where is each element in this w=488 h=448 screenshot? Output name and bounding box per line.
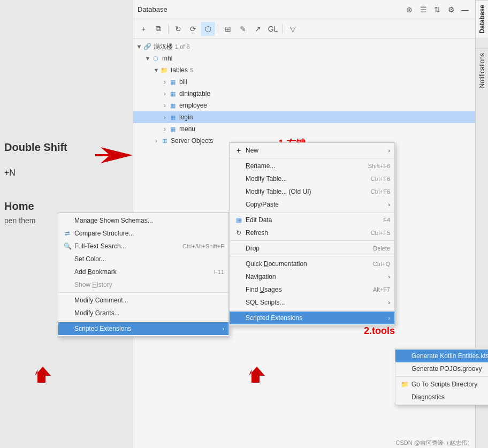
panel-header: Database ⊕ ☰ ⇅ ⚙ — xyxy=(133,0,475,19)
context-menu-right-sep-0 xyxy=(230,158,394,158)
quick-doc-label: Quick Documentation xyxy=(246,260,373,268)
panel-title: Database xyxy=(138,5,401,13)
bill-arrow: › xyxy=(161,79,169,85)
menu-scripted-extensions-right[interactable]: Scripted Extensions › xyxy=(230,312,394,324)
bill-label: bill xyxy=(179,78,187,86)
properties-icon[interactable]: ☰ xyxy=(417,4,429,16)
menu-show-history[interactable]: Show History xyxy=(58,278,228,291)
modify-table-shortcut: Ctrl+F6 xyxy=(371,176,390,182)
svg-marker-1 xyxy=(35,367,51,383)
hint-open: pen them xyxy=(0,214,40,227)
menu-modify-grants[interactable]: Modify Grants... xyxy=(58,307,228,320)
edit-data-label: Edit Data xyxy=(246,216,383,224)
settings-icon[interactable]: ⚙ xyxy=(445,4,457,16)
menu-set-color[interactable]: Set Color... xyxy=(58,253,228,265)
copy-button[interactable]: ⧉ xyxy=(151,22,165,36)
menu-modify-table[interactable]: Modify Table... Ctrl+F6 xyxy=(230,172,394,185)
tree-table-menu[interactable]: › ▦ menu xyxy=(133,123,475,135)
add-datasource-icon[interactable]: ⊕ xyxy=(403,4,415,16)
modify-table-old-shortcut: Ctrl+F6 xyxy=(371,188,390,195)
context-menu-right-sep-1 xyxy=(230,212,394,212)
menu-copy-paste[interactable]: Copy/Paste › xyxy=(230,198,394,211)
menu-sql-scripts[interactable]: SQL Scripts... › xyxy=(230,296,394,309)
drop-label: Drop xyxy=(246,245,373,252)
edit-button[interactable]: ✎ xyxy=(236,22,250,36)
new-arrow: › xyxy=(388,147,390,154)
menu-generate-pojos[interactable]: Generate POJOs.groovy › xyxy=(395,362,488,375)
jump-button[interactable]: ↗ xyxy=(251,22,265,36)
refresh-button[interactable]: ↻ xyxy=(171,22,185,36)
sql-scripts-arrow: › xyxy=(388,299,390,306)
schema-arrow: ▼ xyxy=(144,55,151,62)
go-scripts-icon: 📁 xyxy=(400,381,409,388)
filter-button[interactable]: ▽ xyxy=(286,22,300,36)
sidebar-tab-notifications[interactable]: Notifications xyxy=(476,48,488,92)
menu-go-to-scripts[interactable]: 📁 Go To Scripts Directory xyxy=(395,378,488,391)
manage-schemas-label: Manage Shown Schemas... xyxy=(74,217,224,224)
database-icon-btn[interactable]: ⬡ xyxy=(201,22,215,36)
svg-marker-2 xyxy=(249,367,265,383)
watermark: CSDN @吉冈秀隆（赵志伟） xyxy=(394,438,475,448)
menu-diagnostics[interactable]: Diagnostics xyxy=(395,391,488,404)
context-menu-right-sep-3 xyxy=(230,256,394,256)
menu-new[interactable]: + New › xyxy=(230,144,394,157)
context-menu-right-sep-2 xyxy=(230,240,394,241)
menu-modify-table-old[interactable]: Modify Table... (Old UI) Ctrl+F6 xyxy=(230,185,394,198)
login-label: login xyxy=(179,113,193,121)
refresh-icon: ↻ xyxy=(234,229,243,237)
new-label: New xyxy=(246,147,388,154)
context-menu-left-sep-1 xyxy=(58,292,228,293)
tree-table-login[interactable]: › ▦ login xyxy=(133,111,475,123)
compare-structure-label: Compare Structure... xyxy=(74,230,224,237)
schema-icon[interactable]: ⇅ xyxy=(431,4,443,16)
menu-scripted-extensions-left[interactable]: Scripted Extensions › xyxy=(58,322,228,335)
connection-label: 满汉楼 xyxy=(154,42,173,51)
navigation-label: Navigation xyxy=(246,273,388,280)
tree-table-bill[interactable]: › ▦ bill xyxy=(133,76,475,88)
menu-generate-kotlin[interactable]: Generate Kotlin Entities.kts › xyxy=(395,350,488,362)
tree-table-employee[interactable]: › ▦ employee xyxy=(133,100,475,111)
table-icon-employee: ▦ xyxy=(169,101,177,110)
full-text-search-shortcut: Ctrl+Alt+Shift+F xyxy=(182,243,224,249)
tree-schema[interactable]: ▼ ⬡ mhl xyxy=(133,52,475,64)
menu-drop[interactable]: Drop Delete xyxy=(230,242,394,255)
menu-add-bookmark[interactable]: Add Bookmark F11 xyxy=(58,265,228,278)
add-bookmark-label: Add Bookmark xyxy=(74,268,214,276)
sidebar-tab-database[interactable]: Database xyxy=(476,0,488,37)
menu-manage-schemas[interactable]: Manage Shown Schemas... xyxy=(58,214,228,227)
annotation-tools: 2.tools xyxy=(364,325,395,337)
tree-table-diningtable[interactable]: › ▦ diningtable xyxy=(133,88,475,100)
arrow-scripted-ext xyxy=(32,364,64,387)
connection-icon: 🔗 xyxy=(143,42,151,51)
tree-connection[interactable]: ▼ 🔗 满汉楼 1 of 6 xyxy=(133,41,475,52)
set-color-label: Set Color... xyxy=(74,255,224,263)
rename-label: Rename... xyxy=(246,162,368,170)
svg-marker-0 xyxy=(95,147,133,163)
menu-refresh[interactable]: ↻ Refresh Ctrl+F5 xyxy=(230,226,394,239)
toolbar-separator-2 xyxy=(218,24,218,34)
copy-paste-arrow: › xyxy=(388,201,390,208)
sql-button[interactable]: GL xyxy=(266,22,280,36)
minimize-icon[interactable]: — xyxy=(459,4,471,16)
menu-compare-structure[interactable]: ⇄ Compare Structure... xyxy=(58,227,228,240)
menu-edit-data[interactable]: ▦ Edit Data F4 xyxy=(230,214,394,226)
context-menu-right: + New › Rename... Shift+F6 Modify Table.… xyxy=(229,142,395,326)
menu-quick-doc[interactable]: Quick Documentation Ctrl+Q xyxy=(230,257,394,270)
menu-modify-comment[interactable]: Modify Comment... xyxy=(58,294,228,307)
folder-icon: 📁 xyxy=(160,66,169,74)
menu-full-text-search[interactable]: 🔍 Full-Text Search... Ctrl+Alt+Shift+F xyxy=(58,240,228,253)
server-icon: ⊞ xyxy=(160,136,169,145)
sub-menu-sep xyxy=(395,376,488,377)
edit-data-icon: ▦ xyxy=(234,216,243,224)
menu-navigation[interactable]: Navigation › xyxy=(230,270,394,283)
menu-rename[interactable]: Rename... Shift+F6 xyxy=(230,160,394,172)
sync-button[interactable]: ⟳ xyxy=(186,22,200,36)
menu-arrow: › xyxy=(161,126,169,132)
tree-tables-folder[interactable]: ▼ 📁 tables 5 xyxy=(133,64,475,76)
connection-badge: 1 of 6 xyxy=(175,43,190,50)
menu-find-usages[interactable]: Find Usages Alt+F7 xyxy=(230,283,394,296)
add-button[interactable]: + xyxy=(136,22,150,36)
table-editor-button[interactable]: ⊞ xyxy=(221,22,235,36)
scripted-ext-right-arrow: › xyxy=(388,315,390,321)
search-icon: 🔍 xyxy=(63,242,72,250)
